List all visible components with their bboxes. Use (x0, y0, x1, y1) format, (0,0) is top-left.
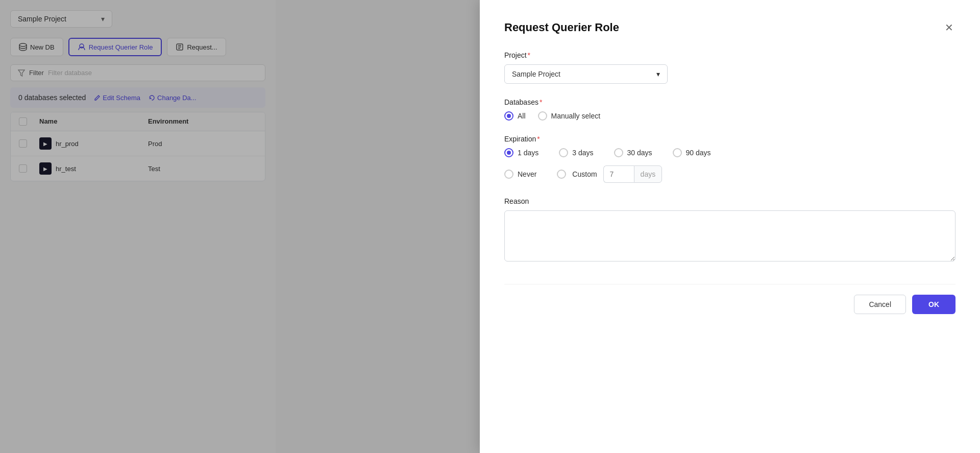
reason-textarea[interactable] (504, 210, 955, 261)
expiration-30days[interactable]: 30 days (614, 148, 652, 157)
reason-label: Reason (504, 197, 955, 205)
project-dropdown-value: Sample Project (512, 70, 560, 78)
expiration-never-label: Never (518, 170, 536, 178)
db-option-manually[interactable]: Manually select (538, 111, 601, 121)
chevron-down-icon: ▾ (656, 70, 660, 78)
radio-all-circle (504, 111, 513, 121)
modal-dialog: Request Querier Role ✕ Project* Sample P… (480, 0, 980, 453)
radio-30days-circle (614, 148, 623, 157)
expiration-row-2: Never Custom days (504, 165, 955, 183)
expiration-row-1: 1 days 3 days 30 days 90 days (504, 148, 955, 157)
expiration-label: Expiration* (504, 135, 955, 143)
days-suffix: days (634, 165, 663, 183)
databases-radio-group: All Manually select (504, 111, 955, 121)
cancel-button[interactable]: Cancel (854, 295, 906, 314)
modal-title: Request Querier Role (504, 21, 619, 34)
project-label: Project* (504, 51, 955, 59)
databases-label: Databases* (504, 98, 955, 106)
expiration-custom-label: Custom (572, 170, 597, 178)
radio-1day-circle (504, 148, 513, 157)
project-section: Project* Sample Project ▾ (504, 51, 955, 84)
radio-3days-circle (559, 148, 568, 157)
db-option-all-label: All (518, 112, 526, 120)
expiration-grid: 1 days 3 days 30 days 90 days (504, 148, 955, 183)
databases-section: Databases* All Manually select (504, 98, 955, 121)
radio-never-circle (504, 170, 513, 179)
ok-button[interactable]: OK (912, 295, 955, 314)
expiration-1day-label: 1 days (518, 149, 538, 157)
reason-section: Reason (504, 197, 955, 264)
custom-days-input[interactable] (603, 165, 634, 183)
expiration-3days-label: 3 days (572, 149, 593, 157)
close-button[interactable]: ✕ (943, 20, 955, 35)
radio-90days-circle (673, 148, 682, 157)
modal-footer: Cancel OK (504, 284, 955, 314)
custom-days-input-wrap: days (603, 165, 663, 183)
expiration-30days-label: 30 days (627, 149, 652, 157)
expiration-1day[interactable]: 1 days (504, 148, 538, 157)
expiration-custom[interactable]: Custom days (557, 165, 662, 183)
expiration-never[interactable]: Never (504, 170, 536, 179)
modal-overlay: Request Querier Role ✕ Project* Sample P… (0, 0, 980, 453)
radio-custom-circle (557, 170, 566, 179)
expiration-3days[interactable]: 3 days (559, 148, 593, 157)
expiration-section: Expiration* 1 days 3 days 30 days (504, 135, 955, 183)
expiration-90days[interactable]: 90 days (673, 148, 711, 157)
project-dropdown[interactable]: Sample Project ▾ (504, 64, 668, 84)
db-option-manual-label: Manually select (551, 112, 601, 120)
radio-manually-circle (538, 111, 547, 121)
modal-header: Request Querier Role ✕ (504, 20, 955, 35)
expiration-90days-label: 90 days (686, 149, 711, 157)
db-option-all[interactable]: All (504, 111, 526, 121)
